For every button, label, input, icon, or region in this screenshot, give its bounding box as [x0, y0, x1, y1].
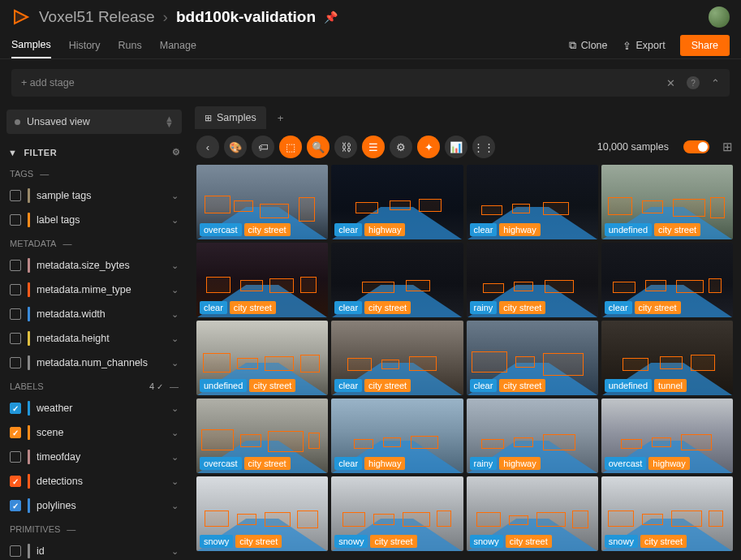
chevron-down-icon[interactable]: ⌄ — [171, 501, 179, 511]
detection-box — [300, 355, 320, 373]
filter-metadata-width[interactable]: metadata.width⌄ — [6, 302, 182, 326]
checkbox[interactable] — [10, 500, 21, 511]
palette-icon[interactable]: 🎨 — [224, 136, 247, 158]
sample-thumbnail[interactable]: clearhighway — [467, 165, 598, 239]
filter-weather[interactable]: weather⌄ — [6, 396, 182, 420]
view-select[interactable]: Unsaved view ▲▼ — [6, 110, 182, 134]
chevron-down-icon[interactable]: ⌄ — [171, 285, 179, 295]
overlay-toggle[interactable] — [683, 140, 709, 153]
tab-manage[interactable]: Manage — [160, 33, 196, 58]
tab-runs[interactable]: Runs — [118, 33, 142, 58]
tab-history[interactable]: History — [69, 33, 101, 58]
section-labels[interactable]: LABELS4 ✓— — [6, 375, 182, 396]
chevron-down-icon[interactable]: ⌄ — [171, 476, 179, 487]
sample-thumbnail[interactable]: undefinedcity street — [601, 165, 733, 239]
search-icon[interactable]: 🔍 — [307, 136, 330, 158]
chevron-down-icon[interactable]: ⌄ — [171, 334, 179, 344]
checkbox[interactable] — [10, 403, 21, 414]
chevron-down-icon[interactable]: ⌄ — [171, 261, 179, 271]
sample-thumbnail[interactable]: undefinedcity street — [196, 321, 328, 395]
grid-view-icon[interactable]: ⊞ — [722, 140, 733, 154]
sample-thumbnail[interactable]: clearcity street — [467, 321, 598, 395]
tab-samples[interactable]: Samples — [11, 32, 51, 58]
checkbox[interactable] — [10, 333, 21, 344]
settings-icon[interactable]: ⚙ — [390, 136, 412, 158]
checkbox[interactable] — [10, 284, 21, 295]
chevron-down-icon[interactable]: ⌄ — [171, 358, 179, 368]
chevron-down-icon[interactable]: ⌄ — [171, 428, 179, 438]
sample-thumbnail[interactable]: snowycity street — [196, 476, 328, 551]
export-button[interactable]: ⇪ Export — [623, 40, 666, 52]
sample-thumbnail[interactable]: clearhighway — [331, 165, 463, 239]
filter-label: metadata.width — [37, 308, 165, 320]
chart-icon[interactable]: 📊 — [445, 136, 467, 158]
sample-thumbnail[interactable]: rainycity street — [467, 243, 598, 317]
sample-thumbnail[interactable]: snowycity street — [467, 476, 598, 551]
sample-thumbnail[interactable]: clearcity street — [196, 243, 328, 317]
weather-tag: overcast — [200, 457, 242, 470]
filter-scene[interactable]: scene⌄ — [6, 420, 182, 445]
ai-icon[interactable]: ✦ — [417, 136, 440, 158]
add-tab-button[interactable]: + — [269, 107, 292, 129]
sample-thumbnail[interactable]: snowycity street — [601, 476, 733, 551]
pin-icon[interactable]: 📌 — [324, 11, 338, 24]
checkbox[interactable] — [10, 476, 21, 487]
close-icon[interactable]: ✕ — [666, 77, 675, 89]
sample-thumbnail[interactable]: clearcity street — [601, 243, 733, 317]
avatar[interactable] — [709, 6, 730, 28]
sample-tags: clearcity street — [334, 379, 411, 392]
checkbox[interactable] — [10, 214, 21, 226]
grid-icon: ⊞ — [205, 113, 212, 123]
sample-thumbnail[interactable]: undefinedtunnel — [601, 321, 733, 395]
checkbox[interactable] — [10, 451, 21, 463]
release-name[interactable]: Voxel51 Release — [39, 8, 155, 26]
sample-thumbnail[interactable]: clearcity street — [331, 243, 463, 317]
sample-thumbnail[interactable]: overcastcity street — [196, 398, 328, 473]
checkbox[interactable] — [10, 260, 21, 271]
share-button[interactable]: Share — [680, 35, 730, 56]
add-stage-button[interactable]: + add stage — [11, 69, 84, 97]
filter-metadata-mime-type[interactable]: metadata.mime_type⌄ — [6, 278, 182, 302]
tag-icon[interactable]: 🏷 — [252, 136, 274, 158]
chevron-down-icon[interactable]: ⌄ — [171, 215, 179, 226]
chevron-down-icon[interactable]: ⌄ — [171, 191, 179, 201]
chevron-down-icon[interactable]: ⌄ — [171, 309, 179, 320]
filter-timeofday[interactable]: timeofday⌄ — [6, 445, 182, 469]
content-tab-samples[interactable]: ⊞ Samples — [195, 106, 266, 129]
select-icon[interactable]: ⬚ — [279, 136, 302, 158]
gear-icon[interactable]: ⚙ — [172, 147, 181, 157]
chevron-down-icon[interactable]: ⌄ — [171, 403, 179, 414]
section-tags[interactable]: TAGS— — [6, 162, 182, 183]
clone-button[interactable]: ⧉ Clone — [569, 40, 608, 52]
sample-thumbnail[interactable]: rainyhighway — [467, 398, 598, 473]
sample-thumbnail[interactable]: overcasthighway — [601, 398, 733, 473]
filter-metadata-num-channels[interactable]: metadata.num_channels⌄ — [6, 351, 182, 375]
checkbox[interactable] — [10, 308, 21, 320]
section-primitives[interactable]: PRIMITIVES— — [6, 518, 182, 539]
chevron-up-icon[interactable]: ⌃ — [711, 77, 720, 89]
list-icon[interactable]: ☰ — [362, 136, 385, 158]
checkbox[interactable] — [10, 545, 21, 557]
cluster-icon[interactable]: ⋮⋮ — [472, 136, 495, 158]
sample-thumbnail[interactable]: clearhighway — [331, 398, 463, 473]
person-icon[interactable]: ⛓ — [334, 136, 357, 158]
filter-sample-tags[interactable]: sample tags⌄ — [6, 183, 182, 208]
section-metadata[interactable]: METADATA— — [6, 232, 182, 253]
chevron-down-icon[interactable]: ⌄ — [171, 452, 179, 463]
checkbox[interactable] — [10, 190, 21, 201]
sample-thumbnail[interactable]: overcastcity street — [196, 165, 328, 239]
filter-metadata-height[interactable]: metadata.height⌄ — [6, 326, 182, 351]
back-button[interactable]: ‹ — [196, 136, 219, 158]
filter-detections[interactable]: detections⌄ — [6, 469, 182, 493]
checkbox[interactable] — [10, 427, 21, 438]
checkbox[interactable] — [10, 357, 21, 368]
filter-metadata-size-bytes[interactable]: metadata.size_bytes⌄ — [6, 253, 182, 278]
dataset-name[interactable]: bdd100k-validation — [176, 8, 316, 26]
sample-thumbnail[interactable]: snowycity street — [331, 476, 463, 551]
filter-label-tags[interactable]: label tags⌄ — [6, 208, 182, 232]
filter-polylines[interactable]: polylines⌄ — [6, 493, 182, 518]
help-icon[interactable]: ? — [687, 76, 700, 89]
chevron-down-icon[interactable]: ⌄ — [171, 546, 179, 557]
sample-thumbnail[interactable]: clearcity street — [331, 321, 463, 395]
filter-id[interactable]: id⌄ — [6, 539, 182, 560]
